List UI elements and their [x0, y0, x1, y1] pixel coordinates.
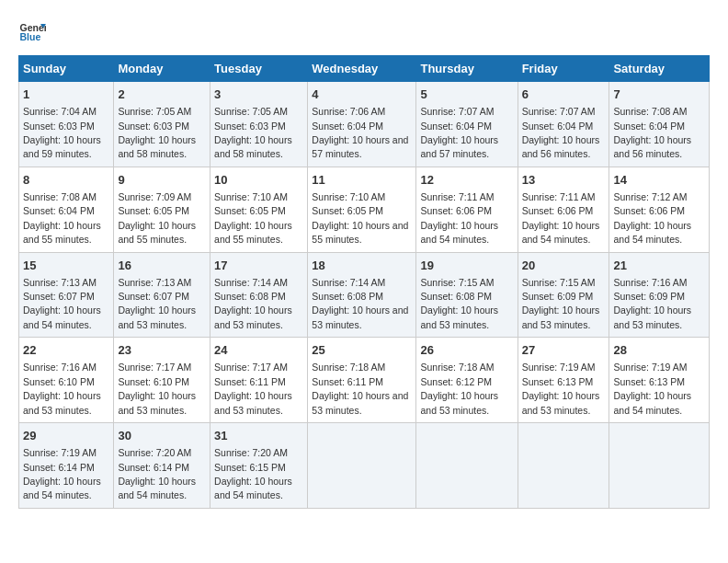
calendar-week-row: 8Sunrise: 7:08 AMSunset: 6:04 PMDaylight…: [19, 167, 710, 252]
calendar-cell: 9Sunrise: 7:09 AMSunset: 6:05 PMDaylight…: [114, 167, 210, 252]
calendar-cell: [308, 423, 416, 509]
day-number: 24: [214, 342, 303, 359]
day-number: 22: [23, 342, 109, 359]
calendar-cell: 13Sunrise: 7:11 AMSunset: 6:06 PMDayligh…: [518, 167, 609, 252]
calendar-cell: 24Sunrise: 7:17 AMSunset: 6:11 PMDayligh…: [210, 338, 308, 423]
day-number: 15: [23, 258, 109, 274]
day-number: 20: [522, 258, 606, 274]
calendar-cell: 21Sunrise: 7:16 AMSunset: 6:09 PMDayligh…: [609, 252, 710, 338]
cell-info: Sunrise: 7:13 AMSunset: 6:07 PMDaylight:…: [118, 277, 196, 330]
header-thursday: Thursday: [416, 56, 518, 82]
day-number: 21: [613, 258, 705, 274]
calendar-cell: 12Sunrise: 7:11 AMSunset: 6:06 PMDayligh…: [416, 167, 518, 252]
header-tuesday: Tuesday: [210, 56, 308, 82]
calendar-header-row: SundayMondayTuesdayWednesdayThursdayFrid…: [19, 56, 710, 82]
cell-info: Sunrise: 7:08 AMSunset: 6:04 PMDaylight:…: [613, 106, 691, 159]
calendar-cell: 15Sunrise: 7:13 AMSunset: 6:07 PMDayligh…: [19, 252, 114, 338]
cell-info: Sunrise: 7:19 AMSunset: 6:14 PMDaylight:…: [23, 447, 101, 500]
cell-info: Sunrise: 7:19 AMSunset: 6:13 PMDaylight:…: [613, 362, 691, 415]
calendar-cell: 14Sunrise: 7:12 AMSunset: 6:06 PMDayligh…: [609, 167, 710, 252]
calendar-cell: 23Sunrise: 7:17 AMSunset: 6:10 PMDayligh…: [114, 338, 210, 423]
calendar-cell: [416, 423, 518, 509]
calendar-cell: 8Sunrise: 7:08 AMSunset: 6:04 PMDaylight…: [19, 167, 114, 252]
cell-info: Sunrise: 7:05 AMSunset: 6:03 PMDaylight:…: [118, 106, 196, 159]
calendar-cell: 2Sunrise: 7:05 AMSunset: 6:03 PMDaylight…: [114, 82, 210, 167]
cell-info: Sunrise: 7:18 AMSunset: 6:11 PMDaylight:…: [312, 362, 408, 415]
calendar-table: SundayMondayTuesdayWednesdayThursdayFrid…: [18, 55, 710, 509]
page-header: General Blue: [18, 18, 710, 46]
cell-info: Sunrise: 7:17 AMSunset: 6:11 PMDaylight:…: [214, 362, 292, 415]
cell-info: Sunrise: 7:20 AMSunset: 6:14 PMDaylight:…: [118, 447, 196, 500]
cell-info: Sunrise: 7:07 AMSunset: 6:04 PMDaylight:…: [522, 106, 600, 159]
calendar-cell: 19Sunrise: 7:15 AMSunset: 6:08 PMDayligh…: [416, 252, 518, 338]
day-number: 17: [214, 258, 303, 274]
header-saturday: Saturday: [609, 56, 710, 82]
calendar-cell: 22Sunrise: 7:16 AMSunset: 6:10 PMDayligh…: [19, 338, 114, 423]
calendar-cell: 18Sunrise: 7:14 AMSunset: 6:08 PMDayligh…: [308, 252, 416, 338]
calendar-cell: 7Sunrise: 7:08 AMSunset: 6:04 PMDaylight…: [609, 82, 710, 167]
cell-info: Sunrise: 7:10 AMSunset: 6:05 PMDaylight:…: [214, 191, 292, 245]
calendar-cell: [518, 423, 609, 509]
cell-info: Sunrise: 7:16 AMSunset: 6:09 PMDaylight:…: [613, 277, 691, 330]
cell-info: Sunrise: 7:09 AMSunset: 6:05 PMDaylight:…: [118, 191, 196, 245]
calendar-cell: 11Sunrise: 7:10 AMSunset: 6:05 PMDayligh…: [308, 167, 416, 252]
calendar-cell: 30Sunrise: 7:20 AMSunset: 6:14 PMDayligh…: [114, 423, 210, 509]
day-number: 31: [214, 428, 303, 444]
day-number: 8: [23, 172, 109, 189]
calendar-cell: 17Sunrise: 7:14 AMSunset: 6:08 PMDayligh…: [210, 252, 308, 338]
cell-info: Sunrise: 7:10 AMSunset: 6:05 PMDaylight:…: [312, 191, 408, 245]
cell-info: Sunrise: 7:15 AMSunset: 6:09 PMDaylight:…: [522, 277, 600, 330]
day-number: 11: [312, 172, 412, 189]
day-number: 26: [420, 342, 513, 359]
cell-info: Sunrise: 7:11 AMSunset: 6:06 PMDaylight:…: [522, 191, 600, 245]
day-number: 3: [214, 86, 303, 103]
day-number: 14: [613, 172, 705, 189]
calendar-week-row: 1Sunrise: 7:04 AMSunset: 6:03 PMDaylight…: [19, 82, 710, 167]
day-number: 28: [613, 342, 705, 359]
day-number: 23: [118, 342, 206, 359]
cell-info: Sunrise: 7:18 AMSunset: 6:12 PMDaylight:…: [420, 362, 498, 415]
svg-text:Blue: Blue: [20, 31, 41, 42]
cell-info: Sunrise: 7:13 AMSunset: 6:07 PMDaylight:…: [23, 277, 101, 330]
day-number: 7: [613, 86, 705, 103]
cell-info: Sunrise: 7:11 AMSunset: 6:06 PMDaylight:…: [420, 191, 498, 245]
calendar-cell: 1Sunrise: 7:04 AMSunset: 6:03 PMDaylight…: [19, 82, 114, 167]
day-number: 29: [23, 428, 109, 444]
day-number: 18: [312, 258, 412, 274]
calendar-cell: 3Sunrise: 7:05 AMSunset: 6:03 PMDaylight…: [210, 82, 308, 167]
calendar-cell: 20Sunrise: 7:15 AMSunset: 6:09 PMDayligh…: [518, 252, 609, 338]
header-monday: Monday: [114, 56, 210, 82]
calendar-cell: 10Sunrise: 7:10 AMSunset: 6:05 PMDayligh…: [210, 167, 308, 252]
cell-info: Sunrise: 7:07 AMSunset: 6:04 PMDaylight:…: [420, 106, 498, 159]
day-number: 25: [312, 342, 412, 359]
day-number: 4: [312, 86, 412, 103]
calendar-cell: 16Sunrise: 7:13 AMSunset: 6:07 PMDayligh…: [114, 252, 210, 338]
cell-info: Sunrise: 7:14 AMSunset: 6:08 PMDaylight:…: [312, 277, 408, 330]
logo-icon: General Blue: [18, 18, 46, 46]
logo: General Blue: [18, 18, 46, 46]
calendar-week-row: 22Sunrise: 7:16 AMSunset: 6:10 PMDayligh…: [19, 338, 710, 423]
day-number: 2: [118, 86, 206, 103]
day-number: 13: [522, 172, 606, 189]
day-number: 12: [420, 172, 513, 189]
day-number: 19: [420, 258, 513, 274]
cell-info: Sunrise: 7:15 AMSunset: 6:08 PMDaylight:…: [420, 277, 498, 330]
calendar-cell: 6Sunrise: 7:07 AMSunset: 6:04 PMDaylight…: [518, 82, 609, 167]
header-sunday: Sunday: [19, 56, 114, 82]
day-number: 30: [118, 428, 206, 444]
cell-info: Sunrise: 7:05 AMSunset: 6:03 PMDaylight:…: [214, 106, 292, 159]
day-number: 9: [118, 172, 206, 189]
calendar-week-row: 15Sunrise: 7:13 AMSunset: 6:07 PMDayligh…: [19, 252, 710, 338]
cell-info: Sunrise: 7:17 AMSunset: 6:10 PMDaylight:…: [118, 362, 196, 415]
day-number: 5: [420, 86, 513, 103]
calendar-cell: 31Sunrise: 7:20 AMSunset: 6:15 PMDayligh…: [210, 423, 308, 509]
header-wednesday: Wednesday: [308, 56, 416, 82]
cell-info: Sunrise: 7:20 AMSunset: 6:15 PMDaylight:…: [214, 447, 292, 500]
calendar-week-row: 29Sunrise: 7:19 AMSunset: 6:14 PMDayligh…: [19, 423, 710, 509]
calendar-cell: 27Sunrise: 7:19 AMSunset: 6:13 PMDayligh…: [518, 338, 609, 423]
cell-info: Sunrise: 7:12 AMSunset: 6:06 PMDaylight:…: [613, 191, 691, 245]
day-number: 27: [522, 342, 606, 359]
header-friday: Friday: [518, 56, 609, 82]
calendar-cell: 4Sunrise: 7:06 AMSunset: 6:04 PMDaylight…: [308, 82, 416, 167]
cell-info: Sunrise: 7:06 AMSunset: 6:04 PMDaylight:…: [312, 106, 408, 159]
